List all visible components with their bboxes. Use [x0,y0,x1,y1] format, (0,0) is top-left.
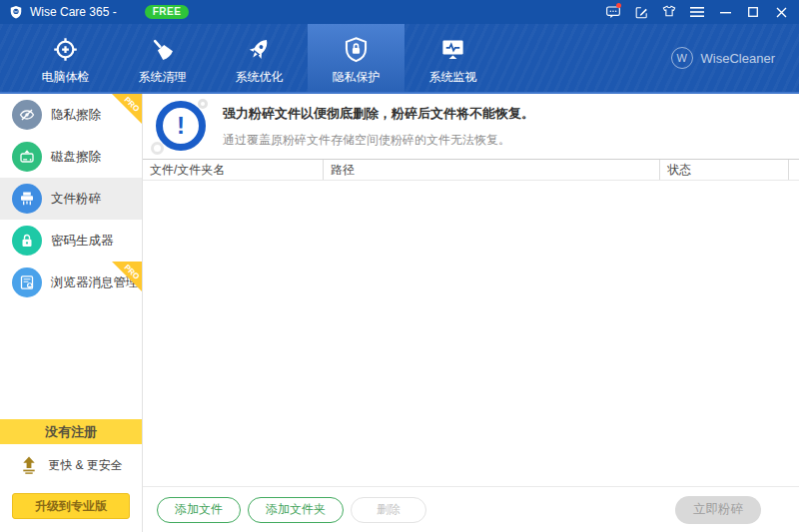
titlebar-icons [599,0,799,24]
shredder-notice: ! 强力粉碎文件以便彻底删除，粉碎后文件将不能恢复。 通过覆盖原粉碎文件存储空间… [143,94,799,160]
nav-tab-label: 系统监视 [429,69,477,86]
shredder-icon [12,184,42,214]
notification-dot [616,3,621,8]
action-footer: 添加文件 添加文件夹 删除 立即粉碎 [143,486,799,532]
main-navbar: 电脑体检 系统清理 系统优化 [0,24,799,94]
eye-off-icon [12,100,42,130]
app-title: Wise Care 365 - [30,5,117,19]
shred-list-empty [143,181,799,485]
app-shield-icon [9,5,23,19]
sidebar-item-browser-message-manager[interactable]: 浏览器消息管理 PRO [0,262,142,303]
upload-arrow-icon [19,455,39,475]
sidebar-item-disk-eraser[interactable]: 磁盘擦除 [0,136,142,178]
nav-tab-system-tuneup[interactable]: 系统优化 [211,24,308,92]
add-file-button[interactable]: 添加文件 [157,497,241,523]
upgrade-tagline-row: 更快 & 更安全 [0,455,142,475]
notice-title: 强力粉碎文件以便彻底删除，粉碎后文件将不能恢复。 [223,105,534,123]
sidebar-item-label: 磁盘擦除 [51,149,101,166]
edit-note-icon[interactable] [627,0,655,24]
nav-tab-label: 电脑体检 [42,69,90,86]
shred-list-header: 文件/文件夹名 路径 状态 [143,160,799,181]
maximize-button[interactable] [739,0,767,24]
sidebar-item-label: 隐私擦除 [51,107,101,124]
wise-care-365-window: Wise Care 365 - FREE [0,0,799,532]
body: 隐私擦除 PRO 磁盘擦除 [0,94,799,532]
sidebar-item-privacy-eraser[interactable]: 隐私擦除 PRO [0,94,142,136]
checkup-target-icon [52,36,79,63]
add-folder-button[interactable]: 添加文件夹 [248,497,344,523]
skin-theme-icon[interactable] [655,0,683,24]
feedback-message-icon[interactable] [599,0,627,24]
sidebar-item-label: 文件粉碎 [51,191,101,208]
sidebar: 隐私擦除 PRO 磁盘擦除 [0,94,143,532]
broom-icon [149,36,176,63]
close-button[interactable] [767,0,795,24]
shred-now-button[interactable]: 立即粉碎 [675,496,761,524]
column-header-status[interactable]: 状态 [659,160,789,180]
menu-icon[interactable] [683,0,711,24]
rocket-icon [246,36,273,63]
brand-logo-icon: W [671,47,693,69]
nav-tab-system-monitor[interactable]: 系统监视 [404,24,501,92]
wisecleaner-brand: W WiseCleaner [671,24,775,92]
browser-message-icon [12,267,42,297]
sidebar-item-label: 密码生成器 [51,233,114,250]
pro-ribbon: PRO [112,94,142,124]
column-header-path[interactable]: 路径 [323,160,659,180]
notice-subtitle: 通过覆盖原粉碎文件存储空间使粉碎的文件无法恢复。 [223,132,534,149]
nav-tab-pc-checkup[interactable]: 电脑体检 [17,24,114,92]
nav-tab-label: 隐私保护 [333,69,381,86]
notice-text: 强力粉碎文件以便彻底删除，粉碎后文件将不能恢复。 通过覆盖原粉碎文件存储空间使粉… [223,105,534,149]
sidebar-item-password-generator[interactable]: 密码生成器 [0,220,142,262]
nav-tab-privacy-protector[interactable]: 隐私保护 [308,24,404,92]
register-status-bar[interactable]: 没有注册 [0,419,142,444]
lock-icon [12,226,42,256]
shield-lock-icon [343,36,370,63]
nav-tab-label: 系统清理 [139,69,187,86]
titlebar: Wise Care 365 - FREE [0,0,799,24]
column-header-name[interactable]: 文件/文件夹名 [143,160,323,180]
pro-ribbon: PRO [112,262,142,291]
brand-name: WiseCleaner [701,51,775,66]
disk-erase-icon [12,142,42,172]
delete-button[interactable]: 删除 [351,497,426,523]
main-panel: ! 强力粉碎文件以便彻底删除，粉碎后文件将不能恢复。 通过覆盖原粉碎文件存储空间… [143,94,799,532]
nav-tab-system-cleaner[interactable]: 系统清理 [114,24,211,92]
upgrade-to-pro-button[interactable]: 升级到专业版 [12,493,130,519]
sidebar-item-file-shredder[interactable]: 文件粉碎 [0,178,142,220]
license-badge: FREE [145,5,190,19]
upgrade-tagline: 更快 & 更安全 [48,457,123,474]
minimize-button[interactable] [711,0,739,24]
nav-tab-label: 系统优化 [236,69,284,86]
alert-circle-icon: ! [151,98,213,156]
monitor-pulse-icon [439,36,466,63]
